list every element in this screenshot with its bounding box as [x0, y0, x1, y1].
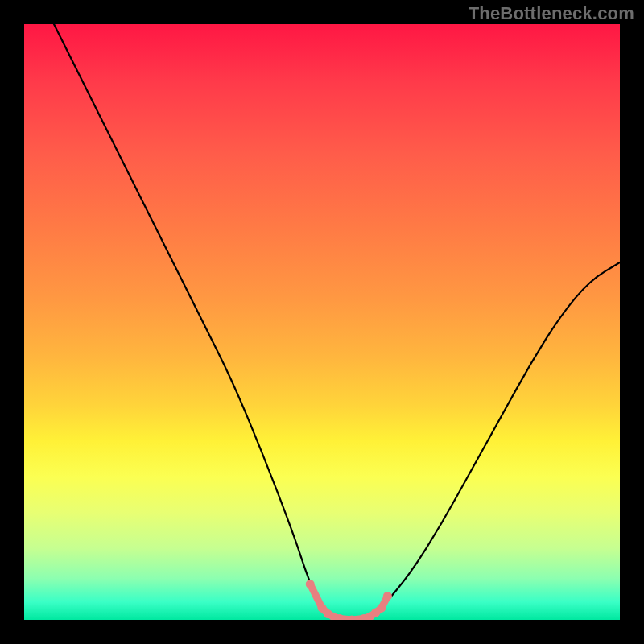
chart-frame: TheBottleneck.com [0, 0, 644, 644]
watermark-text: TheBottleneck.com [469, 3, 634, 24]
bottleneck-curve [54, 24, 620, 620]
curve-marker [378, 604, 386, 613]
curve-marker [306, 580, 315, 588]
plot-area [24, 24, 620, 620]
curve-layer [24, 24, 620, 620]
curve-markers [306, 580, 392, 620]
curve-marker [383, 592, 392, 601]
